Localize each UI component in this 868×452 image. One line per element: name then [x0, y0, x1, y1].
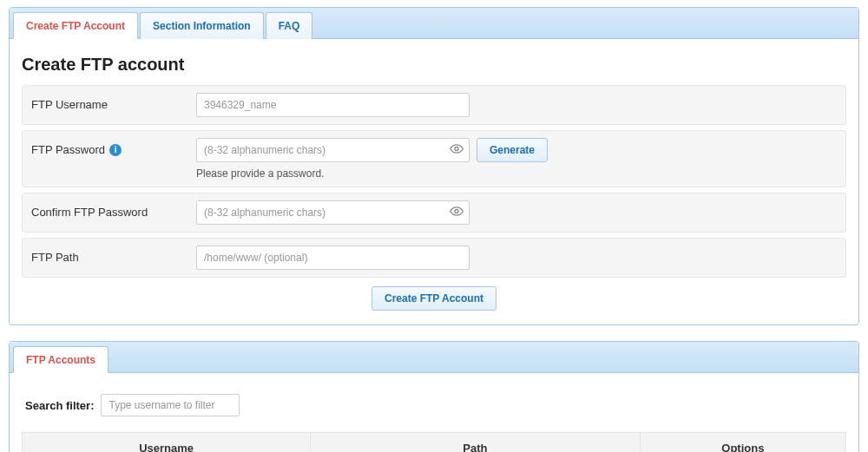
tab-ftp-accounts[interactable]: FTP Accounts: [13, 346, 108, 373]
search-input[interactable]: [101, 394, 240, 416]
tab-faq[interactable]: FAQ: [266, 12, 313, 39]
label-ftp-password-text: FTP Password: [31, 143, 105, 156]
create-ftp-account-button[interactable]: Create FTP Account: [372, 286, 496, 311]
search-row: Search filter:: [25, 394, 846, 416]
ftp-accounts-panel: FTP Accounts Search filter: Username Pat…: [9, 341, 859, 452]
label-confirm-password-text: Confirm FTP Password: [31, 206, 148, 219]
col-username: Username: [23, 433, 311, 453]
row-ftp-username: FTP Username: [22, 85, 846, 125]
generate-password-button[interactable]: Generate: [477, 138, 548, 162]
label-ftp-username-text: FTP Username: [31, 98, 108, 111]
label-ftp-password: FTP Password i: [31, 138, 196, 156]
eye-icon[interactable]: [450, 205, 464, 221]
page-title: Create FTP account: [22, 55, 846, 75]
submit-row: Create FTP Account: [22, 286, 846, 311]
search-label: Search filter:: [25, 399, 94, 412]
tab-section-information[interactable]: Section Information: [140, 12, 264, 39]
svg-point-1: [455, 210, 458, 213]
eye-icon[interactable]: [450, 142, 464, 159]
create-ftp-tabbar: Create FTP Account Section Information F…: [10, 8, 858, 39]
create-ftp-body: Create FTP account FTP Username FTP Pass…: [10, 39, 858, 324]
password-hint: Please provide a password.: [196, 167, 548, 180]
ftp-accounts-body: Search filter: Username Path Options: [10, 373, 858, 452]
label-ftp-path-text: FTP Path: [31, 251, 79, 264]
ftp-accounts-table: Username Path Options: [22, 432, 846, 452]
row-confirm-password: Confirm FTP Password: [22, 193, 846, 233]
label-confirm-password: Confirm FTP Password: [31, 200, 196, 219]
ftp-confirm-password-input[interactable]: [196, 200, 470, 225]
label-ftp-username: FTP Username: [31, 93, 196, 111]
tab-create-ftp-account[interactable]: Create FTP Account: [13, 12, 138, 39]
col-options: Options: [640, 433, 845, 453]
ftp-username-input[interactable]: [196, 93, 470, 117]
ftp-accounts-tabbar: FTP Accounts: [10, 342, 858, 373]
col-path: Path: [311, 433, 641, 453]
row-ftp-path: FTP Path: [22, 238, 846, 278]
create-ftp-panel: Create FTP Account Section Information F…: [9, 7, 859, 325]
ftp-path-input[interactable]: [196, 246, 470, 270]
label-ftp-path: FTP Path: [31, 246, 196, 264]
table-header-row: Username Path Options: [23, 433, 846, 453]
ftp-password-input[interactable]: [196, 138, 470, 162]
info-icon[interactable]: i: [109, 144, 122, 156]
row-ftp-password: FTP Password i Generate Please provide a…: [22, 130, 846, 187]
svg-point-0: [455, 147, 458, 151]
